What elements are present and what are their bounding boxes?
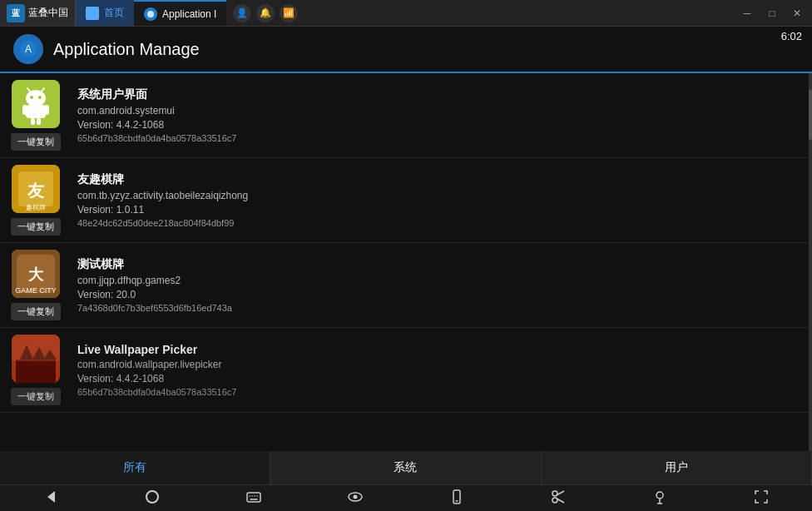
app-item-4: 一键复制 Live Wallpaper Picker com.android.w… — [0, 328, 812, 413]
app-name-1: 系统用户界面 — [77, 87, 236, 102]
page-title: Application Manage — [53, 40, 200, 59]
tab-all[interactable]: 所有 — [0, 451, 270, 484]
app-hash-4: 65b6d7b38cbdfa0da4ba0578a33516c7 — [77, 387, 236, 397]
home-tab[interactable]: 首页 — [76, 0, 134, 26]
svg-text:A: A — [25, 43, 32, 55]
location-icon[interactable] — [645, 485, 675, 512]
svg-text:趣棋牌: 趣棋牌 — [26, 204, 46, 211]
title-bar-icons: 👤 🔔 📶 — [226, 4, 304, 22]
copy-btn-1[interactable]: 一键复制 — [11, 133, 61, 151]
app-icon-4 — [12, 335, 60, 383]
window-controls: ─ □ ✕ — [735, 4, 812, 22]
phone-icon[interactable] — [442, 485, 472, 512]
app-hash-3: 7a4368d0fc7b3bef6553d6fb16ed743a — [77, 303, 232, 313]
app-item-4-info: Live Wallpaper Picker com.android.wallpa… — [71, 328, 243, 412]
app-item-3: 大 GAME CITY 一键复制 测试棋牌 com.jjqp.dfhqp.gam… — [0, 243, 812, 328]
app-item-4-left: 一键复制 — [0, 328, 71, 412]
time-display: 6:02 — [781, 30, 802, 42]
maximize-button[interactable]: □ — [760, 4, 784, 22]
scissors-icon[interactable] — [543, 485, 573, 512]
svg-rect-24 — [16, 360, 56, 383]
app-hash-1: 65b6d7b38cbdfa0da4ba0578a33516c7 — [77, 133, 236, 143]
bottom-toolbar — [0, 484, 812, 511]
app-list: 一键复制 系统用户界面 com.android.systemui Version… — [0, 73, 812, 451]
svg-point-45 — [656, 492, 663, 499]
home-button[interactable] — [137, 485, 167, 512]
app-name-3: 测试棋牌 — [77, 257, 232, 272]
app-version-1: Version: 4.4.2-1068 — [77, 119, 236, 131]
app-item-1-left: 一键复制 — [0, 73, 71, 157]
svg-point-0 — [147, 11, 154, 17]
svg-marker-29 — [47, 491, 55, 503]
signal-icon[interactable]: 📶 — [280, 4, 298, 22]
copy-btn-3[interactable]: 一键复制 — [11, 303, 61, 320]
fullscreen-icon[interactable] — [746, 485, 776, 512]
title-bar: 蓝 蓝叠中国 首页 Application I 👤 🔔 📶 ─ □ ✕ — [0, 0, 812, 27]
app-version-2: Version: 1.0.11 — [77, 204, 248, 216]
scrollbar[interactable] — [809, 73, 812, 451]
svg-point-5 — [30, 96, 33, 99]
svg-rect-13 — [37, 118, 41, 125]
app-package-1: com.android.systemui — [77, 105, 236, 117]
eye-icon[interactable] — [340, 485, 370, 512]
tab-app-icon — [144, 7, 157, 21]
bell-icon[interactable]: 🔔 — [256, 4, 275, 22]
svg-rect-11 — [44, 105, 49, 115]
svg-point-4 — [26, 90, 46, 107]
svg-text:友: 友 — [27, 181, 45, 200]
brand-section: 蓝 蓝叠中国 — [0, 0, 76, 26]
app-package-3: com.jjqp.dfhqp.games2 — [77, 275, 232, 286]
app-name-2: 友趣棋牌 — [77, 172, 248, 187]
bluestacks-logo: 蓝 — [7, 4, 25, 22]
svg-rect-10 — [22, 105, 27, 115]
svg-rect-31 — [247, 493, 260, 502]
back-button[interactable] — [36, 485, 66, 512]
svg-rect-12 — [31, 118, 35, 125]
app-item-2: 友 趣棋牌 一键复制 友趣棋牌 com.tb.yzyz.activity.tao… — [0, 158, 812, 243]
svg-text:大: 大 — [27, 266, 44, 283]
app-icon-2: 友 趣棋牌 — [12, 165, 60, 213]
app-package-2: com.tb.yzyz.activity.taobeilezaiqizhong — [77, 190, 248, 201]
home-tab-label: 首页 — [104, 6, 124, 20]
svg-point-38 — [354, 494, 358, 499]
svg-point-30 — [146, 491, 158, 503]
tab-system[interactable]: 系统 — [270, 451, 541, 484]
copy-btn-4[interactable]: 一键复制 — [11, 388, 61, 405]
active-tab-label: Application I — [162, 8, 216, 20]
svg-rect-28 — [12, 335, 60, 361]
svg-text:GAME CITY: GAME CITY — [15, 286, 57, 295]
tab-user[interactable]: 用户 — [542, 451, 812, 484]
app-item-3-info: 测试棋牌 com.jjqp.dfhqp.games2 Version: 20.0… — [71, 243, 239, 327]
app-version-3: Version: 20.0 — [77, 289, 232, 300]
app-hash-2: 48e24dc62d5d0dee218ac804f84dbf99 — [77, 218, 248, 228]
brand-name: 蓝叠中国 — [28, 6, 68, 20]
scroll-thumb[interactable] — [809, 90, 812, 140]
app-item-1: 一键复制 系统用户界面 com.android.systemui Version… — [0, 73, 812, 158]
app-item-3-left: 大 GAME CITY 一键复制 — [0, 243, 71, 327]
app-item-1-info: 系统用户界面 com.android.systemui Version: 4.4… — [71, 73, 243, 157]
app-icon-1 — [12, 80, 60, 128]
app-icon-3: 大 GAME CITY — [12, 250, 60, 298]
app-item-2-left: 友 趣棋牌 一键复制 — [0, 158, 71, 242]
user-icon[interactable]: 👤 — [233, 4, 251, 22]
active-tab[interactable]: Application I — [134, 0, 226, 26]
close-button[interactable]: ✕ — [785, 4, 809, 22]
app-version-4: Version: 4.4.2-1068 — [77, 373, 236, 384]
home-icon — [86, 7, 99, 20]
app-name-4: Live Wallpaper Picker — [77, 343, 236, 356]
minimize-button[interactable]: ─ — [735, 4, 759, 22]
bottom-tabs: 所有 系统 用户 — [0, 451, 812, 484]
keyboard-icon[interactable] — [239, 485, 269, 512]
app-manager-icon: A — [13, 34, 43, 64]
app-header: A Application Manage — [0, 27, 812, 73]
copy-btn-2[interactable]: 一键复制 — [11, 218, 61, 236]
app-package-4: com.android.wallpaper.livepicker — [77, 359, 236, 370]
svg-rect-9 — [26, 105, 46, 118]
app-item-2-info: 友趣棋牌 com.tb.yzyz.activity.taobeilezaiqiz… — [71, 158, 255, 242]
svg-point-6 — [38, 96, 42, 99]
